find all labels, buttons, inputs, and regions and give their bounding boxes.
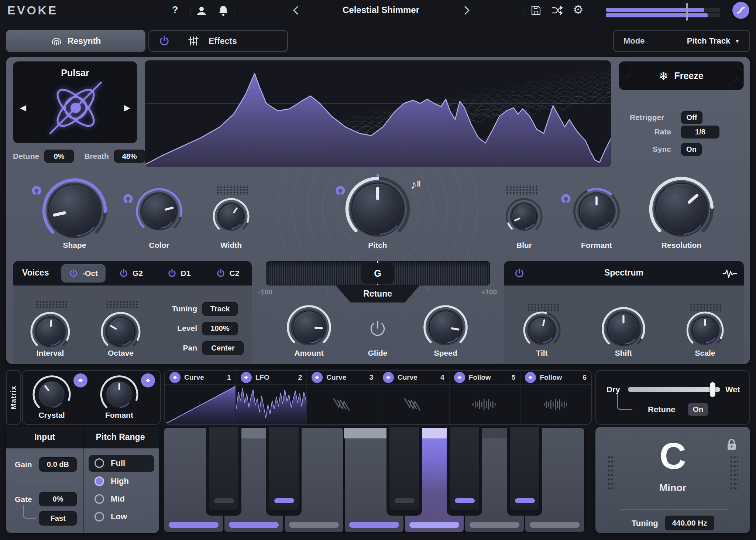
shift-knob[interactable] [599,305,647,353]
tab-resynth[interactable]: Resynth [6,30,145,52]
voice-tab--oct[interactable]: -Oct [61,264,106,283]
mod-source-indicator-icon[interactable] [334,185,346,196]
radio-icon[interactable] [94,494,104,504]
scale-name[interactable]: Minor [595,482,750,494]
assign-arrows-icon[interactable] [73,373,87,387]
mod-slot-header[interactable]: Curve4 [378,371,449,385]
speed-knob[interactable] [421,303,470,352]
octave-knob[interactable] [99,310,143,354]
shuffle-icon[interactable] [551,5,563,16]
freeze-button[interactable]: ← → ❄ Freeze [619,61,744,90]
mod-slot-waveform[interactable] [236,385,307,424]
mod-slot-header[interactable]: Curve3 [307,371,378,385]
power-icon[interactable] [216,269,225,278]
assign-arrows-icon[interactable] [454,372,465,383]
preset-next-button[interactable] [464,6,470,15]
help-button[interactable]: ? [172,4,178,16]
mod-slot-curve-3[interactable]: Curve3 [306,371,378,424]
pulsar-next-arrow[interactable]: ▶ [124,103,130,113]
black-key-cs[interactable] [209,427,239,510]
mod-slot-waveform[interactable] [378,385,449,424]
crystal-knob[interactable] [30,373,73,416]
mod-slot-header[interactable]: LFO2 [236,371,307,385]
tilt-knob[interactable] [521,309,563,351]
blur-knob[interactable] [504,196,545,237]
user-icon[interactable] [196,5,207,16]
assign-arrows-icon[interactable] [169,372,181,383]
mod-slot-header[interactable]: Follow5 [450,371,520,385]
black-key-as[interactable] [509,427,540,510]
assign-arrows-icon[interactable] [141,373,155,387]
resolution-knob[interactable] [647,175,715,243]
mod-slot-follow-5[interactable]: Follow5 [449,371,520,424]
detune-value[interactable]: 0% [44,150,74,163]
pulsar-prev-arrow[interactable]: ◀ [20,103,26,113]
output-curve-button[interactable] [732,2,749,19]
power-icon[interactable] [159,35,170,47]
bell-icon[interactable] [218,5,229,17]
formant-knob[interactable] [571,186,622,237]
level-value[interactable]: 100% [202,322,238,335]
radio-icon[interactable] [94,458,104,468]
pitch-range-option-mid[interactable]: Mid [94,494,125,504]
mod-slot-header[interactable]: Curve1 [165,371,236,385]
fomant-knob[interactable] [98,373,141,416]
retune-note-badge[interactable]: G [361,263,394,284]
save-icon[interactable] [530,5,542,16]
mod-slot-waveform[interactable] [307,385,378,424]
dry-wet-slider-handle[interactable] [710,382,715,397]
gate-value[interactable]: 0% [39,492,77,506]
assign-arrows-icon[interactable] [312,372,323,383]
radio-icon[interactable] [94,476,104,486]
tab-effects[interactable]: Effects [148,30,288,52]
scale-knob[interactable] [684,309,726,351]
black-key-fs[interactable] [389,427,419,510]
mod-source-indicator-icon[interactable] [560,193,572,205]
amount-knob[interactable] [285,303,333,352]
shape-knob[interactable] [41,177,109,245]
gate-mode-value[interactable]: Fast [39,511,77,526]
voice-tab-c2[interactable]: C2 [208,264,248,283]
pitch-range-option-low[interactable]: Low [94,512,127,522]
breath-value[interactable]: 48% [114,150,145,163]
mod-slot-curve-4[interactable]: Curve4 [378,371,449,424]
music-note-icon[interactable]: ♪‖ [410,177,421,192]
power-icon[interactable] [69,269,78,278]
voice-tab-d1[interactable]: D1 [160,264,198,283]
sync-value[interactable]: On [681,143,702,156]
mod-slot-waveform[interactable] [520,385,591,424]
power-icon[interactable] [119,269,128,278]
mod-source-indicator-icon[interactable] [31,185,42,196]
mode-selector[interactable]: Mode Pitch Track ▼ [613,30,750,52]
black-key-gs[interactable] [449,427,480,510]
assign-arrows-icon[interactable] [525,372,536,383]
mod-slot-curve-1[interactable]: Curve1 [165,371,236,424]
pan-value[interactable]: Center [202,341,244,355]
preset-prev-button[interactable] [292,6,299,15]
voice-tab-g2[interactable]: G2 [112,264,150,283]
pitch-range-option-full[interactable]: Full [94,458,125,468]
root-note[interactable]: C [595,437,750,474]
power-icon[interactable] [168,269,176,278]
spectrum-display[interactable] [145,60,611,167]
key-tuning-value[interactable]: 440.00 Hz [665,516,714,530]
assign-arrows-icon[interactable] [241,372,252,383]
interval-knob[interactable] [28,310,72,354]
tuning-value[interactable]: Track [202,302,238,316]
color-knob[interactable] [134,186,185,237]
dry-wet-slider-track[interactable] [628,387,720,392]
mod-slot-waveform[interactable] [450,385,520,424]
mod-slot-follow-6[interactable]: Follow6 [520,371,591,424]
gear-icon[interactable]: ⚙ [573,3,584,17]
gain-value[interactable]: 0.0 dB [39,457,77,472]
matrix-sidebar[interactable]: Matrix [6,370,21,425]
retrigger-value[interactable]: Off [681,111,702,124]
mix-retune-value[interactable]: On [688,403,708,416]
mod-slot-lfo-2[interactable]: LFO2 [236,371,307,424]
width-knob[interactable] [210,196,252,237]
rate-value[interactable]: 1/8 [681,126,719,139]
glide-button[interactable] [367,318,388,339]
black-key-ds[interactable] [269,427,299,510]
key-scale-panel[interactable]: C Minor Tuning 440.00 Hz [595,427,750,533]
preset-name[interactable]: Celestial Shimmer [307,5,455,15]
